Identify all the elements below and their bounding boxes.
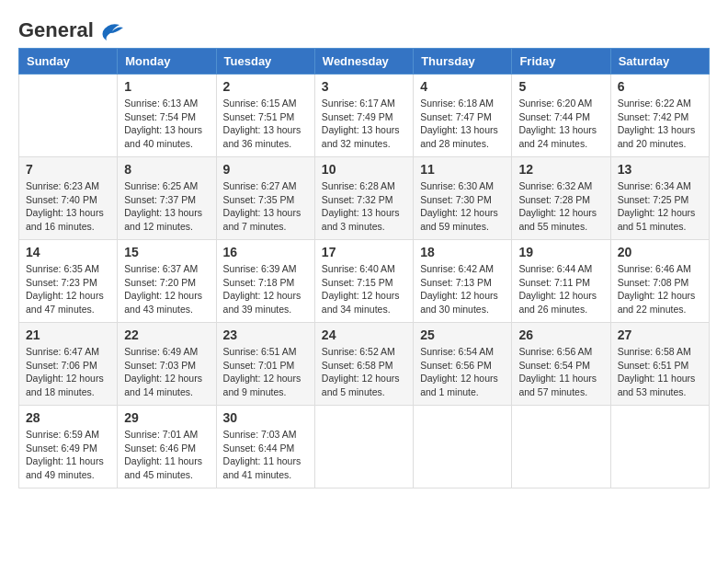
- col-header-saturday: Saturday: [610, 49, 709, 75]
- day-info: Sunrise: 6:20 AM Sunset: 7:44 PM Dayligh…: [518, 97, 603, 151]
- day-number: 14: [26, 245, 110, 259]
- day-number: 2: [223, 79, 308, 94]
- logo: General: [18, 18, 125, 39]
- week-row-2: 7Sunrise: 6:23 AM Sunset: 7:40 PM Daylig…: [19, 157, 710, 240]
- day-number: 26: [518, 327, 603, 342]
- day-number: 6: [618, 79, 702, 94]
- day-info: Sunrise: 6:49 AM Sunset: 7:03 PM Dayligh…: [124, 345, 209, 399]
- calendar-cell: [19, 75, 118, 157]
- day-info: Sunrise: 6:44 AM Sunset: 7:11 PM Dayligh…: [518, 262, 603, 316]
- day-number: 4: [420, 79, 505, 94]
- week-row-5: 28Sunrise: 6:59 AM Sunset: 6:49 PM Dayli…: [19, 406, 710, 488]
- day-info: Sunrise: 6:40 AM Sunset: 7:15 PM Dayligh…: [322, 262, 406, 316]
- day-number: 24: [322, 327, 406, 342]
- day-number: 7: [26, 162, 110, 177]
- day-info: Sunrise: 6:42 AM Sunset: 7:13 PM Dayligh…: [420, 262, 505, 316]
- day-info: Sunrise: 6:23 AM Sunset: 7:40 PM Dayligh…: [26, 179, 110, 234]
- week-row-1: 1Sunrise: 6:13 AM Sunset: 7:54 PM Daylig…: [19, 75, 710, 157]
- calendar-cell: 13Sunrise: 6:34 AM Sunset: 7:25 PM Dayli…: [610, 157, 709, 240]
- calendar-cell: 24Sunrise: 6:52 AM Sunset: 6:58 PM Dayli…: [314, 323, 413, 406]
- day-info: Sunrise: 6:15 AM Sunset: 7:51 PM Dayligh…: [223, 97, 308, 151]
- day-info: Sunrise: 7:03 AM Sunset: 6:44 PM Dayligh…: [223, 428, 308, 482]
- day-number: 15: [124, 245, 209, 259]
- day-number: 3: [322, 79, 406, 94]
- day-number: 27: [618, 327, 702, 342]
- calendar-table: SundayMondayTuesdayWednesdayThursdayFrid…: [18, 48, 710, 488]
- calendar-cell: 22Sunrise: 6:49 AM Sunset: 7:03 PM Dayli…: [118, 323, 216, 406]
- calendar-cell: 7Sunrise: 6:23 AM Sunset: 7:40 PM Daylig…: [19, 157, 118, 240]
- calendar-cell: 18Sunrise: 6:42 AM Sunset: 7:13 PM Dayli…: [414, 240, 512, 323]
- calendar-cell: 20Sunrise: 6:46 AM Sunset: 7:08 PM Dayli…: [610, 240, 709, 323]
- day-number: 16: [223, 245, 308, 259]
- calendar-cell: 12Sunrise: 6:32 AM Sunset: 7:28 PM Dayli…: [512, 157, 610, 240]
- day-number: 25: [420, 327, 505, 342]
- day-info: Sunrise: 6:54 AM Sunset: 6:56 PM Dayligh…: [420, 345, 505, 399]
- day-number: 5: [518, 79, 603, 94]
- calendar-cell: 14Sunrise: 6:35 AM Sunset: 7:23 PM Dayli…: [19, 240, 118, 323]
- day-number: 18: [420, 245, 505, 259]
- day-info: Sunrise: 6:35 AM Sunset: 7:23 PM Dayligh…: [26, 262, 110, 316]
- calendar-cell: [512, 406, 610, 488]
- day-info: Sunrise: 6:18 AM Sunset: 7:47 PM Dayligh…: [420, 97, 505, 151]
- day-number: 21: [26, 327, 110, 342]
- day-info: Sunrise: 6:28 AM Sunset: 7:32 PM Dayligh…: [322, 179, 406, 234]
- calendar-cell: 5Sunrise: 6:20 AM Sunset: 7:44 PM Daylig…: [512, 75, 610, 157]
- day-info: Sunrise: 6:17 AM Sunset: 7:49 PM Dayligh…: [322, 97, 406, 151]
- day-info: Sunrise: 6:34 AM Sunset: 7:25 PM Dayligh…: [618, 179, 702, 234]
- day-number: 17: [322, 245, 406, 259]
- week-row-3: 14Sunrise: 6:35 AM Sunset: 7:23 PM Dayli…: [19, 240, 710, 323]
- calendar-cell: 1Sunrise: 6:13 AM Sunset: 7:54 PM Daylig…: [118, 75, 216, 157]
- calendar-cell: 28Sunrise: 6:59 AM Sunset: 6:49 PM Dayli…: [19, 406, 118, 488]
- day-info: Sunrise: 6:27 AM Sunset: 7:35 PM Dayligh…: [223, 179, 308, 234]
- calendar-cell: [314, 406, 413, 488]
- day-number: 12: [518, 162, 603, 177]
- col-header-sunday: Sunday: [19, 49, 118, 75]
- day-info: Sunrise: 6:22 AM Sunset: 7:42 PM Dayligh…: [618, 97, 702, 151]
- day-number: 30: [223, 410, 308, 425]
- calendar-cell: 11Sunrise: 6:30 AM Sunset: 7:30 PM Dayli…: [414, 157, 512, 240]
- day-info: Sunrise: 6:39 AM Sunset: 7:18 PM Dayligh…: [223, 262, 308, 316]
- calendar-header-row: SundayMondayTuesdayWednesdayThursdayFrid…: [19, 49, 710, 75]
- calendar-cell: 29Sunrise: 7:01 AM Sunset: 6:46 PM Dayli…: [118, 406, 216, 488]
- calendar-cell: 10Sunrise: 6:28 AM Sunset: 7:32 PM Dayli…: [314, 157, 413, 240]
- calendar-cell: 9Sunrise: 6:27 AM Sunset: 7:35 PM Daylig…: [216, 157, 314, 240]
- day-number: 10: [322, 162, 406, 177]
- col-header-friday: Friday: [512, 49, 610, 75]
- calendar-cell: 26Sunrise: 6:56 AM Sunset: 6:54 PM Dayli…: [512, 323, 610, 406]
- calendar-cell: [414, 406, 512, 488]
- calendar-cell: 19Sunrise: 6:44 AM Sunset: 7:11 PM Dayli…: [512, 240, 610, 323]
- calendar-cell: 17Sunrise: 6:40 AM Sunset: 7:15 PM Dayli…: [314, 240, 413, 323]
- day-info: Sunrise: 6:46 AM Sunset: 7:08 PM Dayligh…: [618, 262, 702, 316]
- day-number: 11: [420, 162, 505, 177]
- week-row-4: 21Sunrise: 6:47 AM Sunset: 7:06 PM Dayli…: [19, 323, 710, 406]
- logo-bird-icon: [96, 20, 125, 40]
- day-number: 9: [223, 162, 308, 177]
- logo-general-text: General: [18, 18, 94, 42]
- calendar-cell: 21Sunrise: 6:47 AM Sunset: 7:06 PM Dayli…: [19, 323, 118, 406]
- day-info: Sunrise: 6:59 AM Sunset: 6:49 PM Dayligh…: [26, 428, 110, 482]
- day-info: Sunrise: 6:32 AM Sunset: 7:28 PM Dayligh…: [518, 179, 603, 234]
- day-info: Sunrise: 6:47 AM Sunset: 7:06 PM Dayligh…: [26, 345, 110, 399]
- calendar-cell: 4Sunrise: 6:18 AM Sunset: 7:47 PM Daylig…: [414, 75, 512, 157]
- day-info: Sunrise: 6:58 AM Sunset: 6:51 PM Dayligh…: [618, 345, 702, 399]
- calendar-cell: 25Sunrise: 6:54 AM Sunset: 6:56 PM Dayli…: [414, 323, 512, 406]
- calendar-cell: 16Sunrise: 6:39 AM Sunset: 7:18 PM Dayli…: [216, 240, 314, 323]
- day-info: Sunrise: 6:51 AM Sunset: 7:01 PM Dayligh…: [223, 345, 308, 399]
- col-header-wednesday: Wednesday: [314, 49, 413, 75]
- day-info: Sunrise: 7:01 AM Sunset: 6:46 PM Dayligh…: [124, 428, 209, 482]
- day-number: 28: [26, 410, 110, 425]
- calendar-body: 1Sunrise: 6:13 AM Sunset: 7:54 PM Daylig…: [19, 75, 710, 488]
- day-info: Sunrise: 6:37 AM Sunset: 7:20 PM Dayligh…: [124, 262, 209, 316]
- day-info: Sunrise: 6:25 AM Sunset: 7:37 PM Dayligh…: [124, 179, 209, 234]
- calendar-cell: 30Sunrise: 7:03 AM Sunset: 6:44 PM Dayli…: [216, 406, 314, 488]
- calendar-cell: [610, 406, 709, 488]
- day-info: Sunrise: 6:30 AM Sunset: 7:30 PM Dayligh…: [420, 179, 505, 234]
- day-info: Sunrise: 6:56 AM Sunset: 6:54 PM Dayligh…: [518, 345, 603, 399]
- day-number: 13: [618, 162, 702, 177]
- col-header-monday: Monday: [118, 49, 216, 75]
- day-number: 19: [518, 245, 603, 259]
- calendar-cell: 23Sunrise: 6:51 AM Sunset: 7:01 PM Dayli…: [216, 323, 314, 406]
- day-number: 8: [124, 162, 209, 177]
- day-number: 23: [223, 327, 308, 342]
- page-header: General: [18, 18, 710, 39]
